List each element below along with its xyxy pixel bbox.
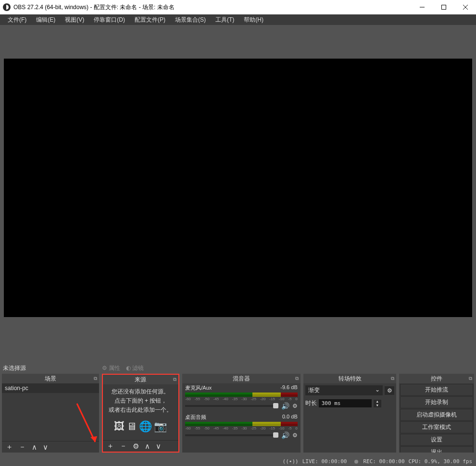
status-bar: ((•)) LIVE: 00:00:00 REC: 00:00:00 CPU: … <box>0 456 476 466</box>
desktop-meter <box>185 422 297 426</box>
popout-icon[interactable]: ⧉ <box>173 377 176 382</box>
mic-label: 麦克风/Aux <box>185 384 212 392</box>
popout-icon[interactable]: ⧉ <box>94 376 97 381</box>
filters-button[interactable]: ◐ 滤镜 <box>123 363 147 373</box>
menu-tools[interactable]: 工具(T) <box>211 16 239 24</box>
duration-label: 时长 <box>305 399 317 407</box>
transition-dock: 转场特效 ⧉ 渐变 ⌄ ⚙ 时长 300 ms ▲ ▼ <box>303 374 397 453</box>
filters-icon: ◐ <box>126 365 131 371</box>
menu-dock[interactable]: 停靠窗口(D) <box>89 16 130 24</box>
camera-icon: 📷 <box>154 418 167 435</box>
scenes-title: 场景 <box>45 375 56 383</box>
scene-down-button[interactable]: ∨ <box>43 443 48 452</box>
menu-edit[interactable]: 编辑(E) <box>31 16 60 24</box>
start-streaming-button[interactable]: 开始推流 <box>400 384 473 396</box>
transition-settings-button[interactable]: ⚙ <box>385 386 394 395</box>
menu-help[interactable]: 帮助(H) <box>239 16 268 24</box>
speaker-icon[interactable]: 🔊 <box>281 431 289 439</box>
filters-label: 滤镜 <box>132 364 144 372</box>
obs-logo-icon <box>3 3 11 11</box>
popout-icon[interactable]: ⧉ <box>391 376 394 381</box>
sources-empty-help[interactable]: 您还没有添加任何源。 点击下面的 + 按钮， 或者右击此处添加一个。 🖼 🖥 🌐… <box>103 384 179 440</box>
mixer-channel-mic: 麦克风/Aux -9.6 dB -60-55-50-45-40-35-30-25… <box>182 383 300 410</box>
scenes-dock-header: 场景 ⧉ <box>2 374 99 383</box>
gear-icon: ⚙ <box>102 365 107 371</box>
transition-dock-header: 转场特效 ⧉ <box>303 374 397 383</box>
preview-canvas[interactable] <box>4 59 472 317</box>
popout-icon[interactable]: ⧉ <box>295 376 299 381</box>
meter-ticks: -60-55-50-45-40-35-30-25-20-15-10-50 <box>185 426 297 430</box>
start-recording-button[interactable]: 开始录制 <box>400 396 473 408</box>
window-titlebar: OBS 27.2.4 (64-bit, windows) - 配置文件: 未命名… <box>0 0 476 14</box>
exit-button[interactable]: 退出 <box>400 446 473 453</box>
close-button[interactable] <box>454 0 476 14</box>
source-settings-button[interactable]: ⚙ <box>133 442 139 451</box>
globe-icon: 🌐 <box>139 418 152 435</box>
cpu-status: CPU: 0.9%, 30.00 fps <box>409 458 472 465</box>
add-scene-button[interactable]: ＋ <box>6 442 13 452</box>
meter-ticks: -60-55-50-45-40-35-30-25-20-15-10-50 <box>185 397 297 401</box>
sources-help-line2: 点击下面的 + 按钮， <box>103 396 179 405</box>
controls-dock: 控件 ⧉ 开始推流 开始录制 启动虚拟摄像机 工作室模式 设置 退出 <box>399 374 474 453</box>
source-down-button[interactable]: ∨ <box>156 442 161 451</box>
sources-dock: 来源 ⧉ 您还没有添加任何源。 点击下面的 + 按钮， 或者右击此处添加一个。 … <box>102 374 180 453</box>
add-source-button[interactable]: ＋ <box>107 441 114 451</box>
no-source-selected-label: 未选择源 <box>3 364 99 372</box>
settings-button[interactable]: 设置 <box>400 434 473 446</box>
maximize-button[interactable] <box>433 0 454 14</box>
desktop-audio-db: 0.0 dB <box>282 414 298 421</box>
mixer-title: 混音器 <box>233 375 250 383</box>
scenes-dock: 场景 ⧉ sation-pc ＋ － ∧ ∨ <box>2 374 99 453</box>
live-status: LIVE: 00:00:00 <box>302 458 347 465</box>
chevron-up-icon: ▲ <box>374 400 381 404</box>
sources-help-line3: 或者右击此处添加一个。 <box>103 405 179 415</box>
menu-scene-collection[interactable]: 场景集合(S) <box>170 16 211 24</box>
sources-help-line1: 您还没有添加任何源。 <box>103 387 179 396</box>
duration-stepper[interactable]: ▲ ▼ <box>374 400 381 407</box>
mixer-dock: 混音器 ⧉ 麦克风/Aux -9.6 dB -60-55-50-45-40-35… <box>182 374 300 453</box>
display-icon: 🖥 <box>126 418 137 435</box>
minimize-button[interactable] <box>411 0 433 14</box>
properties-label: 属性 <box>109 364 120 372</box>
transition-select[interactable]: 渐变 ⌄ <box>305 385 383 395</box>
record-dot-icon <box>354 460 358 464</box>
mic-settings-button[interactable]: ⚙ <box>292 403 298 409</box>
studio-mode-button[interactable]: 工作室模式 <box>400 421 473 433</box>
chevron-down-icon: ▼ <box>374 404 381 407</box>
mixer-dock-header: 混音器 ⧉ <box>182 374 300 383</box>
source-toolbar: 未选择源 ⚙ 属性 ◐ 滤镜 <box>0 362 476 374</box>
desktop-volume-slider[interactable] <box>185 434 278 436</box>
menu-profile[interactable]: 配置文件(P) <box>130 16 170 24</box>
desktop-settings-button[interactable]: ⚙ <box>292 432 298 439</box>
mic-volume-slider[interactable] <box>185 405 278 407</box>
mic-db: -9.6 dB <box>280 384 297 392</box>
speaker-icon[interactable]: 🔊 <box>281 402 289 410</box>
transition-current: 渐变 <box>308 386 320 394</box>
virtual-camera-button[interactable]: 启动虚拟摄像机 <box>400 409 473 421</box>
mixer-channel-desktop: 桌面音频 0.0 dB -60-55-50-45-40-35-30-25-20-… <box>182 413 300 439</box>
rec-status: REC: 00:00:00 <box>363 458 404 465</box>
chevron-down-icon: ⌄ <box>375 386 380 394</box>
menu-file[interactable]: 文件(F) <box>3 16 31 24</box>
sources-dock-header: 来源 ⧉ <box>103 375 179 384</box>
remove-source-button[interactable]: － <box>120 441 127 451</box>
network-icon: ((•)) <box>283 458 299 465</box>
scene-item[interactable]: sation-pc <box>2 383 99 393</box>
image-icon: 🖼 <box>114 418 125 435</box>
source-up-button[interactable]: ∧ <box>145 442 150 451</box>
popout-icon[interactable]: ⧉ <box>469 376 472 381</box>
controls-title: 控件 <box>431 375 442 383</box>
scene-up-button[interactable]: ∧ <box>32 443 37 452</box>
menubar: 文件(F) 编辑(E) 视图(V) 停靠窗口(D) 配置文件(P) 场景集合(S… <box>0 14 476 25</box>
transition-title: 转场特效 <box>338 375 362 383</box>
preview-area <box>0 25 476 362</box>
svg-rect-1 <box>441 5 446 10</box>
properties-button[interactable]: ⚙ 属性 <box>99 363 123 373</box>
desktop-audio-label: 桌面音频 <box>185 414 206 421</box>
window-title: OBS 27.2.4 (64-bit, windows) - 配置文件: 未命名… <box>13 3 411 12</box>
menu-view[interactable]: 视图(V) <box>60 16 89 24</box>
remove-scene-button[interactable]: － <box>19 442 26 452</box>
controls-dock-header: 控件 ⧉ <box>399 374 474 383</box>
duration-input[interactable]: 300 ms <box>319 399 372 407</box>
sources-title: 来源 <box>135 376 146 384</box>
